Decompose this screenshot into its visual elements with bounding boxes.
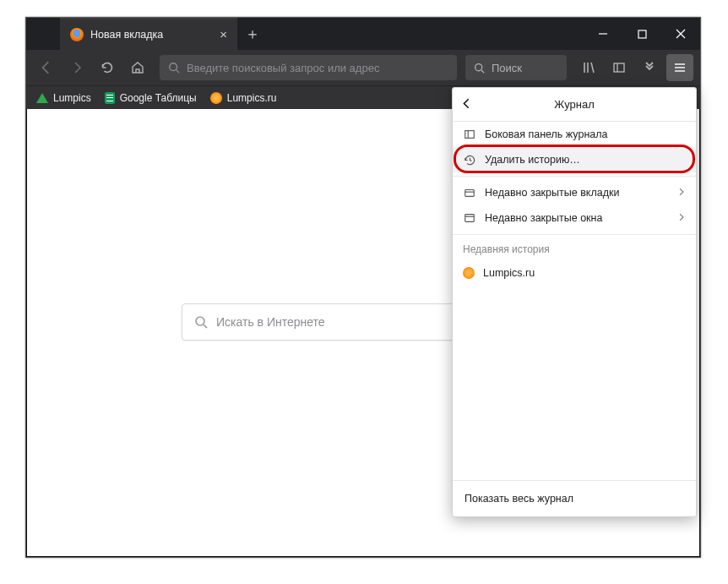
forward-button[interactable]	[63, 54, 90, 81]
reload-button[interactable]	[94, 54, 121, 81]
svg-line-5	[177, 70, 180, 74]
svg-point-4	[170, 63, 177, 71]
panel-title: Журнал	[554, 98, 594, 111]
maximize-button[interactable]	[622, 18, 661, 50]
browser-window: Новая вкладка × ＋	[25, 17, 701, 558]
new-tab-button[interactable]: ＋	[237, 18, 268, 50]
svg-rect-21	[465, 215, 475, 222]
svg-rect-1	[638, 30, 646, 38]
recent-history-heading: Недавняя история	[453, 238, 696, 260]
tab-icon	[463, 186, 476, 199]
clear-history-item[interactable]: Удалить историю…	[453, 147, 696, 172]
svg-line-7	[481, 69, 484, 72]
svg-point-16	[196, 317, 204, 325]
svg-line-17	[204, 325, 207, 328]
recently-closed-windows-item[interactable]: Недавно закрытые окна	[453, 205, 696, 231]
history-panel: Журнал Боковая панель журнала Удалить ис…	[452, 87, 697, 517]
url-bar[interactable]: Введите поисковый запрос или адрес	[160, 55, 457, 80]
sidebar-panel-icon	[463, 128, 476, 141]
sidebar-button[interactable]	[606, 54, 633, 81]
home-button[interactable]	[124, 54, 151, 81]
lumpics-icon	[210, 92, 222, 104]
lumpics-favicon	[463, 267, 475, 279]
chevron-right-icon	[677, 187, 686, 199]
bookmark-lumpics[interactable]: Lumpics	[36, 92, 91, 104]
recently-closed-tabs-item[interactable]: Недавно закрытые вкладки	[453, 180, 696, 205]
svg-point-6	[475, 63, 482, 70]
content-search-placeholder: Искать в Интернете	[216, 315, 325, 329]
bookmark-google-sheets[interactable]: Google Таблицы	[105, 92, 197, 104]
navbar: Введите поисковый запрос или адрес Поиск	[26, 50, 700, 85]
panel-back-button[interactable]	[461, 97, 473, 112]
window-controls	[584, 18, 700, 50]
recent-history-entry[interactable]: Lumpics.ru	[453, 260, 696, 286]
close-window-button[interactable]	[661, 18, 700, 50]
titlebar: Новая вкладка × ＋	[26, 18, 700, 50]
menu-button[interactable]	[666, 54, 693, 81]
sheets-icon	[105, 92, 115, 104]
history-sidebar-item[interactable]: Боковая панель журнала	[453, 122, 696, 147]
panel-header: Журнал	[453, 88, 696, 122]
active-tab[interactable]: Новая вкладка ×	[60, 18, 237, 50]
back-button[interactable]	[33, 54, 60, 81]
show-all-history-button[interactable]: Показать весь журнал	[453, 480, 696, 516]
panel-separator	[453, 234, 696, 235]
svg-rect-18	[465, 131, 475, 139]
url-placeholder: Введите поисковый запрос или адрес	[187, 62, 379, 74]
drive-icon	[36, 93, 48, 103]
panel-spacer	[453, 286, 696, 480]
search-bar[interactable]: Поиск	[465, 55, 567, 80]
overflow-button[interactable]	[636, 54, 663, 81]
tab-title: Новая вкладка	[90, 29, 220, 41]
history-icon	[463, 153, 476, 166]
svg-line-10	[591, 63, 594, 73]
chevron-right-icon	[677, 212, 686, 224]
svg-rect-20	[465, 190, 475, 197]
panel-separator	[453, 176, 696, 177]
close-tab-icon[interactable]: ×	[220, 28, 227, 41]
search-placeholder: Поиск	[492, 62, 522, 74]
minimize-button[interactable]	[584, 18, 622, 50]
window-icon	[463, 211, 476, 225]
bookmark-lumpics-ru[interactable]: Lumpics.ru	[210, 92, 277, 104]
library-button[interactable]	[575, 54, 602, 81]
firefox-icon	[70, 28, 84, 41]
svg-rect-11	[614, 63, 624, 72]
